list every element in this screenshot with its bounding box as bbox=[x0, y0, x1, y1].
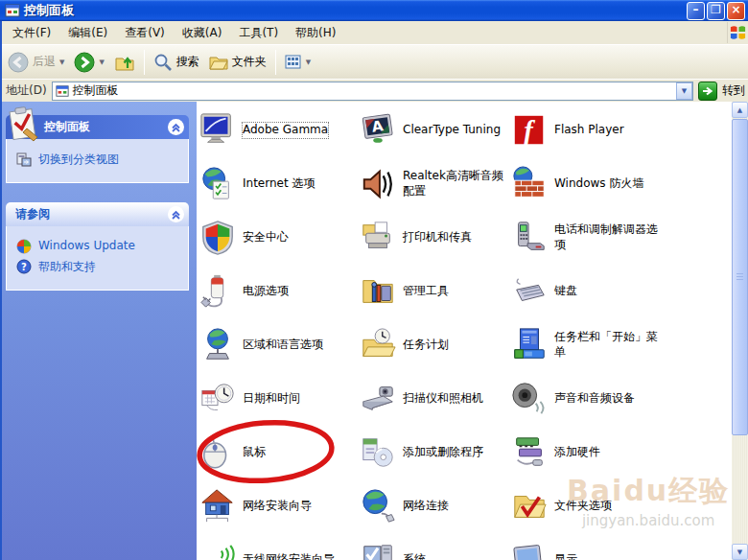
control-panel-item[interactable]: Adobe Gamma bbox=[199, 104, 360, 157]
control-panel-item[interactable]: 管理工具 bbox=[360, 265, 511, 318]
maximize-button[interactable]: ❐ bbox=[707, 2, 725, 20]
control-panel-item[interactable]: 网络连接 bbox=[360, 479, 511, 533]
item-label: 安全中心 bbox=[243, 230, 289, 245]
control-panel-item[interactable]: 电话和调制解调器选项 bbox=[511, 211, 732, 265]
menu-item-view[interactable]: 查看(V) bbox=[116, 22, 174, 44]
window-icon bbox=[5, 3, 20, 18]
control-panel-item[interactable]: 系统 bbox=[360, 533, 511, 560]
item-label: 任务栏和「开始」菜单 bbox=[554, 330, 662, 360]
menu-items: 文件(F)编辑(E)查看(V)收藏(A)工具(T)帮助(H) bbox=[4, 22, 344, 44]
item-label: 系统 bbox=[403, 552, 426, 560]
window-title: 控制面板 bbox=[24, 2, 685, 19]
up-button[interactable] bbox=[110, 50, 139, 75]
control-panel-item[interactable]: 任务计划 bbox=[360, 318, 511, 372]
scroll-down-icon[interactable]: ▼ bbox=[732, 544, 748, 560]
item-label: 声音和音频设备 bbox=[554, 391, 635, 407]
control-panel-item[interactable]: 区域和语言选项 bbox=[199, 318, 360, 372]
toolbar-separator bbox=[275, 50, 276, 75]
address-dropdown-icon[interactable]: ▼ bbox=[676, 82, 692, 100]
item-label: 任务计划 bbox=[403, 338, 449, 353]
folders-icon bbox=[209, 53, 228, 72]
control-panel-item[interactable]: 安全中心 bbox=[199, 211, 360, 265]
control-panel-item[interactable]: 键盘 bbox=[511, 265, 732, 318]
search-label: 搜索 bbox=[176, 54, 199, 70]
control-panel-item[interactable]: 打印机和传真 bbox=[360, 211, 511, 265]
system-icon bbox=[360, 542, 396, 560]
scrollbar-thumb[interactable] bbox=[732, 119, 748, 435]
item-label: Realtek高清晰音频配置 bbox=[403, 169, 511, 198]
sidebar-link[interactable]: ?帮助和支持 bbox=[16, 259, 182, 275]
go-arrow-icon bbox=[701, 84, 714, 98]
panel-body: Windows Update?帮助和支持 bbox=[6, 226, 189, 291]
control-panel-item[interactable]: Realtek高清晰音频配置 bbox=[360, 157, 511, 211]
control-panel-item[interactable]: 添加或删除程序 bbox=[360, 426, 511, 479]
scheduled-tasks-icon bbox=[360, 327, 396, 363]
control-panel-item[interactable]: Windows 防火墙 bbox=[511, 157, 732, 211]
control-panel-window: 控制面板 – ❐ × 文件(F)编辑(E)查看(V)收藏(A)工具(T)帮助(H… bbox=[0, 0, 748, 560]
control-panel-item[interactable]: AClearType Tuning bbox=[360, 104, 511, 157]
views-button[interactable]: ▼ bbox=[281, 52, 315, 73]
control-panel-item[interactable]: 电源选项 bbox=[199, 265, 360, 318]
sidebar-link[interactable]: Windows Update bbox=[16, 239, 182, 254]
minimize-button[interactable]: – bbox=[687, 2, 705, 20]
menu-item-tools[interactable]: 工具(T) bbox=[230, 22, 287, 44]
search-button[interactable]: 搜索 bbox=[150, 51, 203, 74]
control-panel-item[interactable]: 网络安装向导 bbox=[199, 479, 360, 533]
item-label: Adobe Gamma bbox=[243, 123, 328, 138]
folders-button[interactable]: 文件夹 bbox=[205, 51, 270, 74]
address-combobox[interactable]: 控制面板 ▼ bbox=[52, 82, 693, 101]
close-button[interactable]: × bbox=[727, 2, 745, 20]
chevron-up-icon[interactable] bbox=[168, 206, 184, 222]
chevron-up-icon[interactable] bbox=[168, 119, 184, 135]
back-button[interactable]: 后退 ▼ bbox=[4, 50, 68, 75]
item-label: 无线网络安装向导 bbox=[243, 552, 335, 560]
scrollbar-track[interactable] bbox=[732, 118, 748, 544]
control-panel-item[interactable]: 添加硬件 bbox=[511, 426, 732, 479]
sidebar-panel-see-also: 请参阅 Windows Update?帮助和支持 bbox=[6, 202, 189, 291]
sidebar-link[interactable]: 切换到分类视图 bbox=[16, 152, 182, 168]
sidebar-link-label: 帮助和支持 bbox=[38, 259, 96, 275]
control-panel-item[interactable]: 鼠标 bbox=[199, 426, 360, 479]
windows-update-icon bbox=[16, 239, 32, 254]
menu-item-edit[interactable]: 编辑(E) bbox=[59, 22, 116, 44]
control-panel-item[interactable]: Internet 选项 bbox=[199, 157, 360, 211]
up-folder-icon bbox=[114, 52, 135, 73]
windows-firewall-icon bbox=[511, 166, 548, 202]
go-button[interactable] bbox=[698, 82, 717, 101]
menu-item-help[interactable]: 帮助(H) bbox=[287, 22, 344, 44]
title-bar: 控制面板 – ❐ × bbox=[0, 0, 748, 21]
menu-item-file[interactable]: 文件(F) bbox=[4, 22, 59, 44]
sidebar-link-label: Windows Update bbox=[38, 239, 135, 252]
control-panel-item[interactable]: 日期和时间 bbox=[199, 372, 360, 426]
scroll-up-icon[interactable]: ▲ bbox=[732, 102, 748, 118]
control-panel-item[interactable]: 显示 bbox=[511, 533, 732, 560]
control-panel-item[interactable]: 任务栏和「开始」菜单 bbox=[511, 318, 732, 372]
item-label: 打印机和传真 bbox=[403, 230, 472, 245]
views-dropdown-icon[interactable]: ▼ bbox=[306, 58, 311, 66]
keyboard-icon bbox=[511, 273, 548, 310]
sidebar-link-label: 切换到分类视图 bbox=[38, 152, 119, 168]
item-label: 管理工具 bbox=[403, 284, 449, 299]
mouse-icon bbox=[199, 434, 236, 471]
address-label: 地址(D) bbox=[3, 82, 47, 99]
folder-options-icon bbox=[511, 488, 548, 525]
forward-button[interactable]: ▼ bbox=[70, 50, 107, 75]
panel-body: 切换到分类视图 bbox=[6, 139, 189, 183]
go-label: 转到 bbox=[722, 82, 745, 99]
control-panel-item[interactable]: 声音和音频设备 bbox=[511, 372, 732, 426]
control-panel-item[interactable]: 扫描仪和照相机 bbox=[360, 372, 511, 426]
control-panel-item[interactable]: 文件夹选项 bbox=[511, 479, 732, 533]
back-dropdown-icon[interactable]: ▼ bbox=[59, 58, 64, 66]
item-label: 日期和时间 bbox=[243, 391, 300, 407]
menu-item-favorites[interactable]: 收藏(A) bbox=[174, 22, 231, 44]
date-time-icon bbox=[199, 381, 236, 417]
menu-bar: 文件(F)编辑(E)查看(V)收藏(A)工具(T)帮助(H) bbox=[0, 21, 748, 44]
back-label: 后退 bbox=[33, 54, 56, 70]
control-panel-item[interactable]: 无线网络安装向导 bbox=[199, 533, 360, 560]
forward-dropdown-icon[interactable]: ▼ bbox=[99, 58, 104, 66]
control-panel-item[interactable]: fFlash Player bbox=[511, 104, 732, 157]
icon-grid: Adobe GammaAClearType TuningfFlash Playe… bbox=[197, 102, 732, 560]
security-center-icon bbox=[199, 220, 236, 256]
wireless-wizard-icon bbox=[199, 542, 236, 560]
panel-header-see-also[interactable]: 请参阅 bbox=[6, 202, 189, 226]
